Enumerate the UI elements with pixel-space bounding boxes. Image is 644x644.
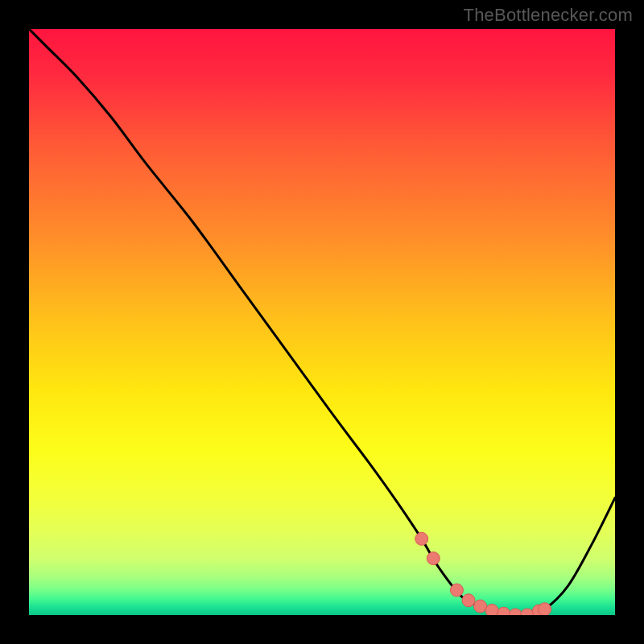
optimum-marker (474, 600, 487, 613)
optimum-marker (509, 609, 522, 615)
optimum-marker (521, 609, 534, 615)
optimum-marker (415, 532, 428, 545)
optimum-marker (462, 594, 475, 607)
optimum-marker (539, 603, 551, 615)
watermark-text: TheBottlenecker.com (464, 5, 633, 26)
optimum-marker (450, 584, 463, 597)
optimum-marker (427, 552, 440, 565)
optimum-marker (485, 605, 498, 615)
optimum-marker (497, 607, 510, 615)
chart-frame: TheBottlenecker.com (0, 0, 644, 644)
plot-area (29, 29, 615, 615)
bottleneck-curve (29, 29, 615, 615)
